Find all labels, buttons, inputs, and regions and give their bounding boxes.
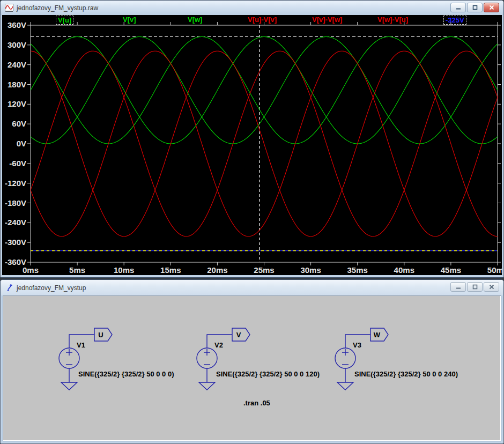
y-axis-label: 240V: [8, 60, 26, 69]
plot-window: jednofazovy_FM_vystup.raw 360V300V240V18…: [0, 0, 504, 278]
trace-V[u][interactable]: [31, 37, 498, 144]
plot-window-title: jednofazovy_FM_vystup.raw: [17, 4, 98, 12]
voltage-source-V3[interactable]: WV3SINE({325/2} {325/2} 50 0 0 240): [335, 328, 458, 390]
y-axis-label: 60V: [12, 119, 26, 128]
schematic-drawing: UV1SINE({325/2} {325/2} 50 0 0 0)VV2SINE…: [3, 296, 501, 441]
ground-symbol[interactable]: [61, 382, 77, 390]
close-icon: [488, 5, 495, 10]
schematic-window-title: jednofazovy_FM_vystup: [17, 284, 86, 292]
minimize-button[interactable]: [450, 282, 466, 292]
legend-item-V[w][interactable]: V[w]: [186, 16, 204, 24]
plot-legend: V[u]V[v]V[w]V[u]-V[v]V[v]-V[w]V[w]-V[u]-…: [2, 15, 502, 25]
maximize-button[interactable]: [467, 282, 483, 292]
plus-sign: [342, 349, 349, 356]
component-name[interactable]: V2: [214, 341, 223, 349]
y-axis-label: 120V: [8, 99, 26, 108]
minimize-icon: [455, 5, 462, 10]
y-axis-label: 0V: [17, 139, 26, 148]
close-icon: [488, 284, 495, 290]
x-axis-label: 10ms: [114, 265, 134, 275]
maximize-icon: [472, 5, 478, 10]
y-axis-label: -180V: [5, 198, 26, 208]
schematic-window: jednofazovy_FM_vystup UV1SINE({325/2} {3…: [0, 279, 504, 444]
x-axis-label: 35ms: [347, 265, 368, 275]
x-axis-label: 20ms: [207, 265, 227, 275]
voltage-source-V1[interactable]: UV1SINE({325/2} {325/2} 50 0 0 0): [59, 328, 174, 390]
port-label: W: [374, 331, 381, 339]
legend-item-V[v][interactable]: V[v]: [121, 16, 138, 24]
component-name[interactable]: V1: [77, 341, 85, 349]
schematic-window-titlebar[interactable]: jednofazovy_FM_vystup: [1, 280, 503, 295]
x-axis-label: 50ms: [487, 265, 502, 275]
x-axis-label: 30ms: [300, 265, 321, 275]
y-axis-label: -120V: [5, 179, 26, 188]
y-axis-label: 180V: [8, 80, 26, 89]
ground-symbol[interactable]: [199, 382, 215, 390]
close-button[interactable]: [484, 3, 499, 12]
spice-directive[interactable]: .tran .05: [243, 399, 270, 407]
component-value[interactable]: SINE({325/2} {325/2} 50 0 0 240): [354, 370, 458, 378]
plus-sign: [204, 349, 210, 356]
plot-canvas[interactable]: 360V300V240V180V120V60V0V-60V-120V-180V-…: [2, 15, 502, 275]
x-axis-label: 0ms: [23, 265, 39, 275]
x-axis-label: 40ms: [394, 265, 414, 275]
legend-item-V[w]-V[u][interactable]: V[w]-V[u]: [376, 16, 410, 24]
cursor-readout--325V[interactable]: -325V: [443, 16, 466, 25]
legend-item-V[u]-V[v][interactable]: V[u]-V[v]: [246, 16, 278, 24]
port-flag-V[interactable]: [232, 328, 250, 341]
component-name[interactable]: V3: [353, 341, 361, 349]
trace-V[v]-V[w][interactable]: [31, 51, 498, 236]
schematic-icon: [5, 284, 13, 292]
port-label: V: [236, 331, 241, 339]
y-axis-label: 300V: [8, 40, 26, 49]
legend-item-V[v]-V[w][interactable]: V[v]-V[w]: [310, 16, 344, 24]
x-axis-label: 15ms: [160, 265, 181, 275]
ground-symbol[interactable]: [337, 382, 353, 390]
schematic-canvas[interactable]: UV1SINE({325/2} {325/2} 50 0 0 0)VV2SINE…: [3, 295, 501, 441]
y-axis-label: -60V: [9, 159, 26, 168]
y-axis-label: -240V: [5, 218, 26, 227]
waveform-plot[interactable]: 360V300V240V180V120V60V0V-60V-120V-180V-…: [2, 15, 502, 275]
port-label: U: [98, 331, 103, 339]
waveform-icon: [5, 4, 13, 12]
plot-window-titlebar[interactable]: jednofazovy_FM_vystup.raw: [1, 1, 503, 15]
minimize-button[interactable]: [450, 3, 466, 12]
plus-sign: [66, 349, 72, 356]
legend-item-V[u][interactable]: V[u]: [56, 16, 73, 25]
x-axis-label: 45ms: [441, 265, 461, 275]
minimize-icon: [455, 284, 462, 290]
x-axis-label: 5ms: [69, 265, 85, 275]
maximize-button[interactable]: [467, 3, 483, 12]
component-value[interactable]: SINE({325/2} {325/2} 50 0 0 120): [216, 370, 320, 378]
maximize-icon: [472, 284, 478, 290]
voltage-source-V2[interactable]: VV2SINE({325/2} {325/2} 50 0 0 120): [197, 328, 320, 390]
y-axis-label: -300V: [5, 238, 26, 247]
component-value[interactable]: SINE({325/2} {325/2} 50 0 0 0): [78, 370, 174, 378]
x-axis-label: 25ms: [254, 265, 274, 275]
close-button[interactable]: [484, 282, 499, 292]
